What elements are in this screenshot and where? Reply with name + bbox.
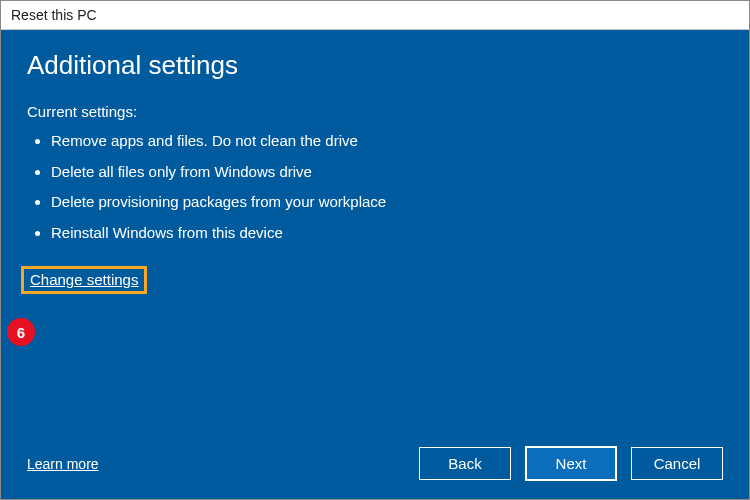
change-settings-link[interactable]: Change settings (30, 271, 138, 288)
setting-item: Reinstall Windows from this device (51, 222, 723, 245)
back-button[interactable]: Back (419, 447, 511, 480)
change-settings-highlight: Change settings (21, 266, 147, 294)
next-button[interactable]: Next (525, 446, 617, 481)
current-settings-label: Current settings: (27, 103, 723, 120)
dialog-footer: Learn more Back Next Cancel (27, 446, 723, 481)
page-heading: Additional settings (27, 50, 723, 81)
setting-item: Remove apps and files. Do not clean the … (51, 130, 723, 153)
setting-item: Delete all files only from Windows drive (51, 161, 723, 184)
setting-item: Delete provisioning packages from your w… (51, 191, 723, 214)
window-title: Reset this PC (1, 1, 749, 30)
dialog-body: Additional settings Current settings: Re… (1, 30, 749, 499)
learn-more-link[interactable]: Learn more (27, 456, 99, 472)
step-annotation-badge: 6 (7, 318, 35, 346)
cancel-button[interactable]: Cancel (631, 447, 723, 480)
reset-pc-dialog: Reset this PC Additional settings Curren… (0, 0, 750, 500)
settings-list: Remove apps and files. Do not clean the … (27, 130, 723, 252)
